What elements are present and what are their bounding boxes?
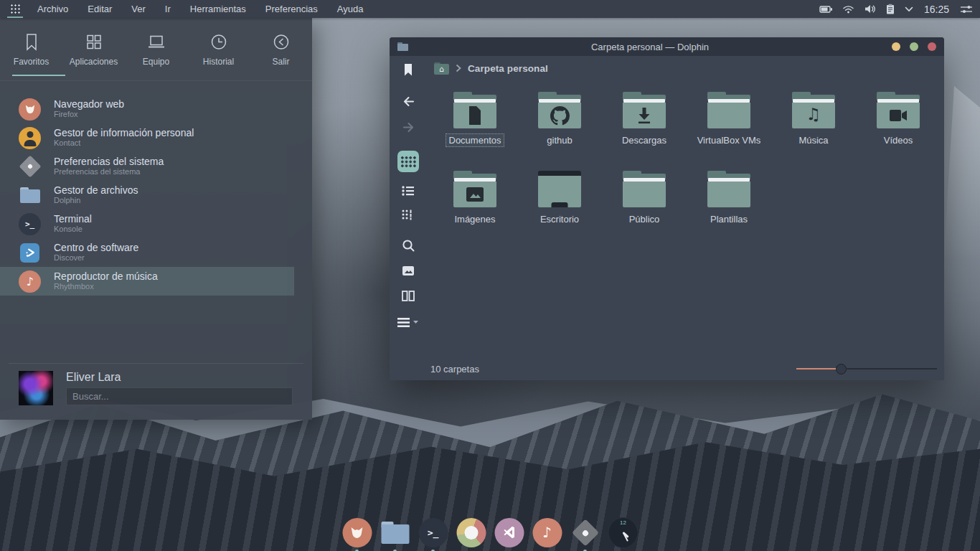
app-grid-icon bbox=[85, 32, 103, 52]
app-item-kontact[interactable]: Gestor de información personalKontact bbox=[0, 123, 294, 152]
statusbar: 10 carpetas bbox=[390, 357, 944, 380]
clipboard-icon[interactable] bbox=[885, 4, 895, 15]
dock-rhythmbox[interactable]: ♪ bbox=[532, 517, 562, 547]
dock: >_ ♪ 12 bbox=[342, 517, 639, 547]
folder-github[interactable]: github bbox=[517, 92, 602, 171]
menu-herramientas[interactable]: Herramientas bbox=[190, 4, 246, 14]
back-icon[interactable] bbox=[402, 95, 415, 108]
forward-icon[interactable] bbox=[402, 121, 415, 133]
zoom-slider[interactable] bbox=[796, 364, 937, 375]
app-item-dolphin[interactable]: Gestor de archivosDolphin bbox=[0, 181, 294, 209]
folder-label: Documentos bbox=[446, 133, 505, 147]
favorites-list: Navegador webFirefox Gestor de informaci… bbox=[0, 95, 312, 296]
app-subtitle: Kontact bbox=[54, 138, 194, 148]
tab-equipo[interactable]: Equipo bbox=[125, 18, 187, 80]
split-view-icon[interactable] bbox=[401, 290, 415, 302]
app-item-discover[interactable]: Centro de softwareDiscover bbox=[0, 238, 294, 267]
active-tab-underline bbox=[12, 75, 65, 76]
dolphin-window: Carpeta personal — Dolphin ⌂ Carpeta per… bbox=[390, 37, 944, 380]
menu-ayuda[interactable]: Ayuda bbox=[337, 4, 364, 14]
tab-salir[interactable]: Salir bbox=[250, 18, 312, 80]
battery-icon[interactable] bbox=[819, 4, 833, 15]
app-title: Terminal bbox=[54, 214, 92, 225]
places-bookmark-icon[interactable] bbox=[402, 63, 414, 77]
vscode-icon bbox=[494, 518, 524, 547]
tab-label: Equipo bbox=[143, 57, 169, 67]
music-glyph-icon: ♫ bbox=[806, 106, 821, 123]
tray-clock[interactable]: 16:25 bbox=[924, 4, 949, 15]
sliders-icon[interactable] bbox=[960, 4, 973, 14]
tab-historial[interactable]: Historial bbox=[187, 18, 250, 80]
dock-chrome[interactable] bbox=[456, 517, 486, 547]
global-menubar: Archivo Editar Ver Ir Herramientas Prefe… bbox=[0, 0, 980, 18]
tab-favoritos[interactable]: Favoritos bbox=[0, 18, 62, 80]
search-input[interactable] bbox=[66, 387, 293, 405]
app-title: Navegador web bbox=[54, 99, 124, 110]
folder-descargas[interactable]: Descargas bbox=[602, 92, 687, 171]
app-subtitle: Dolphin bbox=[54, 196, 138, 205]
app-launcher-button[interactable] bbox=[7, 0, 23, 18]
dock-konsole[interactable]: >_ bbox=[418, 517, 448, 547]
folder-plantillas[interactable]: Plantillas bbox=[687, 171, 771, 250]
app-item-system-settings[interactable]: Preferencias del sistemaPreferencias del… bbox=[0, 152, 294, 181]
chrome-icon bbox=[456, 518, 486, 547]
dock-file-manager[interactable] bbox=[380, 517, 410, 547]
menu-icon[interactable] bbox=[397, 316, 419, 329]
titlebar[interactable]: Carpeta personal — Dolphin bbox=[390, 37, 944, 56]
dock-firefox[interactable] bbox=[342, 517, 372, 547]
app-title: Gestor de información personal bbox=[54, 128, 194, 138]
details-view-icon[interactable] bbox=[401, 184, 415, 197]
folder-grid: Documentos github Descargas VirtualBox V… bbox=[427, 80, 944, 357]
leave-icon bbox=[272, 32, 291, 52]
folder-publico[interactable]: Público bbox=[602, 171, 687, 250]
folder-videos[interactable]: Vídeos bbox=[856, 92, 941, 171]
search-icon[interactable] bbox=[402, 239, 415, 253]
window-title: Carpeta personal — Dolphin bbox=[408, 42, 892, 52]
menu-ver[interactable]: Ver bbox=[131, 4, 146, 14]
volume-icon[interactable] bbox=[864, 4, 876, 14]
maximize-button[interactable] bbox=[910, 42, 918, 51]
rhythmbox-icon: ♪ bbox=[19, 270, 41, 293]
slider-empty-track bbox=[846, 368, 937, 369]
preview-icon[interactable] bbox=[401, 265, 415, 277]
tab-aplicaciones[interactable]: Aplicaciones bbox=[62, 18, 125, 80]
analog-clock-icon: 12 bbox=[608, 517, 639, 548]
app-item-firefox[interactable]: Navegador webFirefox bbox=[0, 95, 294, 123]
app-subtitle: Discover bbox=[54, 253, 138, 263]
icons-view-icon[interactable] bbox=[397, 151, 419, 172]
folder-escritorio[interactable]: Escritorio bbox=[517, 171, 602, 250]
clock-icon bbox=[209, 32, 228, 52]
user-name: Eliver Lara bbox=[66, 371, 293, 384]
folder-documentos[interactable]: Documentos bbox=[433, 92, 517, 171]
folder-label: Imágenes bbox=[451, 212, 499, 226]
dock-clock[interactable]: 12 bbox=[608, 517, 639, 547]
dock-system-settings[interactable] bbox=[570, 517, 600, 547]
folder-virtualbox-vms[interactable]: VirtualBox VMs bbox=[687, 92, 771, 171]
system-settings-icon bbox=[571, 519, 598, 546]
home-folder-icon[interactable]: ⌂ bbox=[434, 62, 449, 75]
konsole-icon: >_ bbox=[418, 518, 448, 547]
folder-label: Público bbox=[626, 212, 664, 226]
chevron-down-icon[interactable] bbox=[905, 6, 913, 12]
menu-items: Archivo Editar Ver Ir Herramientas Prefe… bbox=[37, 4, 363, 14]
minimize-button[interactable] bbox=[892, 42, 900, 51]
menu-ir[interactable]: Ir bbox=[165, 4, 171, 14]
app-item-rhythmbox[interactable]: ♪ Reproductor de músicaRhythmbox bbox=[0, 267, 294, 296]
compact-view-icon[interactable] bbox=[401, 208, 415, 221]
app-item-konsole[interactable]: >_ TerminalKonsole bbox=[0, 209, 294, 238]
menu-preferencias[interactable]: Preferencias bbox=[265, 4, 318, 14]
menu-archivo[interactable]: Archivo bbox=[37, 4, 68, 14]
dock-vscode[interactable] bbox=[494, 517, 524, 547]
breadcrumb-location[interactable]: Carpeta personal bbox=[468, 63, 548, 74]
launcher-tabs: Favoritos Aplicaciones Equipo Historial … bbox=[0, 18, 312, 81]
folder-imagenes[interactable]: Imágenes bbox=[433, 171, 517, 250]
slider-handle[interactable] bbox=[836, 364, 847, 375]
menu-editar[interactable]: Editar bbox=[88, 4, 112, 14]
download-glyph-icon bbox=[635, 106, 654, 125]
folder-musica[interactable]: ♫ Música bbox=[771, 92, 856, 171]
close-button[interactable] bbox=[928, 42, 936, 51]
wifi-icon[interactable] bbox=[842, 4, 854, 14]
user-avatar[interactable] bbox=[19, 371, 53, 405]
app-title: Preferencias del sistema bbox=[54, 156, 164, 167]
app-subtitle: Rhythmbox bbox=[54, 282, 158, 291]
